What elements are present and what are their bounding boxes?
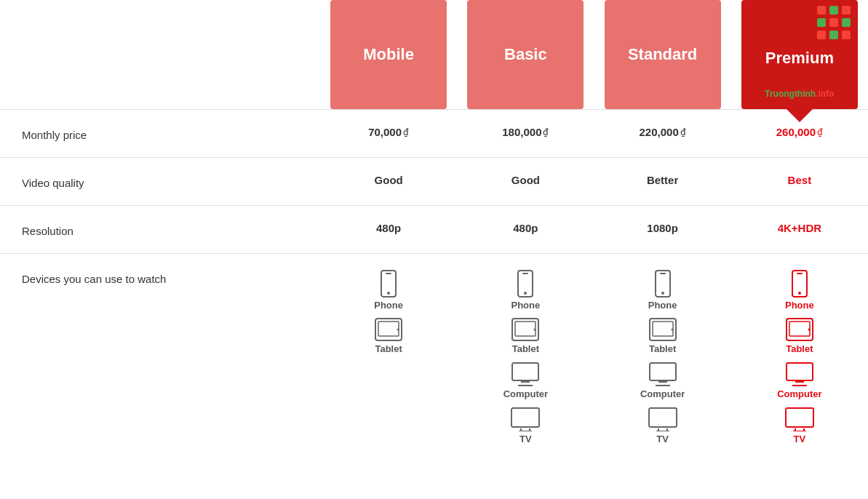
device-phone-standard: Phone: [648, 270, 677, 311]
device-tablet-standard: Tablet: [649, 318, 677, 354]
computer-label-standard: Computer: [640, 388, 685, 399]
truongthinh-watermark-label: Truongthinh.info: [765, 89, 834, 99]
plan-box-basic: Basic: [467, 0, 584, 109]
tablet-label-basic: Tablet: [512, 343, 539, 354]
price-premium: 260,000 ₫: [731, 126, 868, 138]
quality-standard: Better: [594, 174, 731, 186]
device-tablet-basic: Tablet: [511, 318, 539, 354]
resolution-basic: 480p: [457, 222, 594, 234]
tv-label-basic: TV: [519, 434, 532, 444]
svg-rect-41: [786, 408, 813, 427]
device-tablet-premium: Tablet: [786, 318, 813, 354]
currency-basic: ₫: [543, 127, 549, 137]
price-mobile: 70,000 ₫: [320, 126, 457, 138]
tv-icon-standard: [648, 407, 678, 431]
computer-label-premium: Computer: [777, 388, 821, 399]
quality-basic: Good: [457, 174, 594, 186]
svg-point-5: [397, 329, 399, 331]
watermark: [817, 6, 852, 41]
dot-1: [817, 6, 826, 15]
devices-col-basic: Phone Tablet Computer: [503, 270, 548, 452]
truongthinh-red: .info: [816, 89, 834, 99]
device-tv-basic: TV: [510, 407, 541, 444]
dot-2: [829, 6, 838, 15]
svg-rect-10: [515, 322, 535, 336]
dot-6: [842, 18, 851, 27]
tablet-icon-standard: [649, 318, 677, 341]
computer-icon-standard: [648, 362, 677, 386]
svg-point-24: [671, 329, 673, 331]
svg-point-8: [524, 292, 527, 295]
phone-label-basic: Phone: [511, 300, 541, 311]
svg-rect-4: [378, 322, 399, 336]
tablet-icon-basic: [511, 318, 539, 341]
phone-label-premium: Phone: [785, 300, 814, 311]
devices-mobile: Phone Tablet: [320, 270, 457, 362]
phone-icon-mobile: [378, 270, 399, 298]
svg-rect-36: [789, 322, 810, 336]
video-quality-row: Video quality Good Good Better Best: [0, 157, 868, 205]
resolution-standard: 1080p: [594, 222, 731, 234]
monthly-price-label: Monthly price: [0, 126, 320, 141]
tv-label-premium: TV: [794, 434, 806, 444]
svg-rect-15: [511, 408, 539, 427]
svg-point-11: [534, 329, 536, 331]
tablet-label-standard: Tablet: [649, 343, 676, 354]
video-quality-label: Video quality: [0, 174, 320, 189]
plan-box-premium: Premium Truongthinh.info: [741, 0, 858, 109]
device-phone-basic: Phone: [511, 270, 541, 311]
dot-7: [817, 31, 826, 39]
devices-basic: Phone Tablet Computer: [457, 270, 594, 452]
phone-icon-standard: [653, 270, 673, 298]
device-computer-premium: Computer: [777, 362, 821, 399]
plan-box-mobile: Mobile: [330, 0, 447, 109]
computer-icon-basic: [511, 362, 540, 386]
comparison-table: Mobile Basic Standard: [0, 0, 868, 468]
device-computer-standard: Computer: [640, 362, 685, 399]
svg-rect-23: [653, 322, 673, 336]
device-tv-standard: TV: [648, 407, 678, 444]
tablet-label-premium: Tablet: [786, 343, 813, 354]
devices-premium: Phone Tablet Computer: [731, 270, 868, 452]
resolution-label: Resolution: [0, 222, 320, 237]
truongthinh-green: Truongthinh: [765, 89, 816, 99]
resolution-mobile: 480p: [320, 222, 457, 234]
resolution-row: Resolution 480p 480p 1080p 4K+HDR: [0, 205, 868, 253]
device-computer-basic: Computer: [503, 362, 548, 399]
tablet-icon-premium: [786, 318, 813, 341]
devices-label: Devices you can use to watch: [0, 270, 320, 285]
phone-icon-basic: [515, 270, 535, 298]
monthly-price-row: Monthly price 70,000 ₫ 180,000 ₫ 220,000…: [0, 109, 868, 157]
dot-4: [817, 18, 826, 27]
plan-label-standard: Standard: [628, 45, 697, 64]
resolution-premium: 4K+HDR: [731, 222, 868, 234]
header-row: Mobile Basic Standard: [0, 0, 868, 109]
premium-inner: Premium Truongthinh.info: [741, 0, 858, 109]
currency-premium: ₫: [817, 127, 823, 137]
svg-rect-38: [787, 363, 813, 380]
phone-label-mobile: Phone: [374, 300, 403, 311]
svg-point-2: [387, 292, 390, 295]
phone-label-standard: Phone: [648, 300, 677, 311]
currency-standard: ₫: [680, 127, 686, 137]
plan-label-premium: Premium: [765, 49, 834, 68]
price-standard: 220,000 ₫: [594, 126, 731, 138]
price-basic: 180,000 ₫: [457, 126, 594, 138]
tv-icon-premium: [784, 407, 815, 431]
tablet-label-mobile: Tablet: [375, 343, 402, 354]
header-basic: Basic: [457, 0, 594, 109]
devices-standard: Phone Tablet Computer: [594, 270, 731, 452]
svg-rect-28: [649, 408, 677, 427]
plan-box-standard: Standard: [605, 0, 721, 109]
devices-col-mobile: Phone Tablet: [374, 270, 403, 362]
tablet-icon-mobile: [375, 318, 402, 341]
device-phone-mobile: Phone: [374, 270, 403, 311]
dot-3: [842, 6, 851, 15]
devices-col-premium: Phone Tablet Computer: [777, 270, 821, 452]
plan-label-mobile: Mobile: [363, 45, 414, 64]
device-tablet-mobile: Tablet: [375, 318, 402, 354]
svg-point-37: [808, 329, 810, 331]
tv-icon-basic: [510, 407, 541, 431]
svg-point-34: [798, 292, 801, 295]
header-premium: Premium Truongthinh.info: [731, 0, 868, 109]
